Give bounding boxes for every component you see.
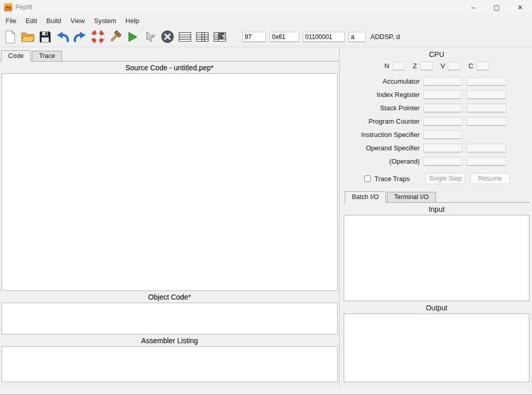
- editor-content: Source Code - untitled.pep* Object Code*…: [0, 62, 339, 385]
- open-folder-icon: [21, 31, 35, 43]
- close-button[interactable]: ✕: [508, 0, 532, 14]
- editor-tabbar: Code Trace: [0, 50, 339, 62]
- menu-bar: File Edit Build View System Help: [0, 14, 532, 27]
- menu-file[interactable]: File: [1, 15, 21, 26]
- maximize-button[interactable]: ▢: [485, 0, 508, 14]
- undo-button[interactable]: [54, 29, 71, 45]
- binary-input[interactable]: [303, 32, 345, 42]
- operand-specifier-hex-field: [423, 144, 462, 152]
- instruction-specifier-field: [423, 130, 462, 139]
- flag-c-field: [477, 62, 489, 70]
- accumulator-hex-field: [423, 77, 462, 86]
- tab-code[interactable]: Code: [1, 50, 31, 62]
- view-code-button[interactable]: [176, 29, 193, 45]
- accumulator-dec-field: [466, 77, 506, 86]
- operand-specifier-dec-field: [466, 144, 506, 152]
- redo-arrow-icon: [73, 31, 87, 43]
- tab-trace[interactable]: Trace: [32, 51, 63, 61]
- index-register-dec-field: [466, 90, 506, 99]
- lifebuoy-button[interactable]: [89, 29, 106, 45]
- index-register-row: Index Register: [344, 88, 510, 101]
- program-counter-label: Program Counter: [344, 117, 423, 125]
- stack-pointer-dec-field: [466, 104, 506, 112]
- view-code-cpu-button[interactable]: [194, 29, 210, 45]
- tab-terminal-io[interactable]: Terminal I/O: [387, 192, 436, 202]
- flag-n: N: [384, 62, 404, 70]
- debugger-button[interactable]: [142, 29, 158, 45]
- instruction-specifier-label: Instruction Specifier: [344, 131, 423, 139]
- output-header: Output: [344, 301, 529, 313]
- view-code-cpu-memory-button[interactable]: [211, 29, 228, 45]
- stack-pointer-row: Stack Pointer: [344, 101, 510, 114]
- flag-v-label: V: [441, 62, 445, 70]
- trace-controls-row: Trace Traps Single Step Resume: [344, 172, 510, 185]
- batch-output-area: [344, 313, 529, 382]
- source-code-header: Source Code - untitled.pep*: [2, 62, 338, 73]
- lifebuoy-icon: [91, 30, 105, 44]
- flag-z-label: Z: [413, 62, 417, 70]
- index-register-hex-field: [423, 90, 462, 99]
- menu-edit[interactable]: Edit: [21, 15, 42, 26]
- open-file-button[interactable]: [19, 29, 36, 45]
- status-flags-row: N Z V C: [344, 62, 529, 70]
- flag-z-field: [420, 62, 432, 70]
- run-button[interactable]: [124, 29, 141, 45]
- undo-arrow-icon: [55, 31, 70, 43]
- code-table-icon: [178, 31, 192, 43]
- redo-button[interactable]: [72, 29, 88, 45]
- input-header: Input: [344, 203, 529, 215]
- status-bar: [0, 385, 532, 394]
- new-file-icon: [5, 30, 16, 44]
- single-step-button[interactable]: Single Step: [425, 173, 465, 184]
- hammer-icon: [109, 30, 122, 44]
- flag-v-field: [448, 62, 460, 70]
- hex-input[interactable]: [269, 32, 299, 42]
- operand-dec-field: [466, 157, 506, 166]
- program-counter-hex-field: [423, 117, 462, 126]
- menu-help[interactable]: Help: [121, 15, 144, 26]
- new-file-button[interactable]: [2, 29, 18, 45]
- assembler-listing-pane: [2, 346, 338, 382]
- operand-specifier-label: Operand Specifier: [344, 144, 423, 152]
- byte-converter: ADDSP, d: [242, 32, 400, 42]
- flag-z: Z: [413, 62, 432, 70]
- trace-traps-label: Trace Traps: [375, 175, 410, 183]
- memory-table-icon: [213, 31, 227, 43]
- save-file-button[interactable]: [37, 29, 53, 45]
- decimal-input[interactable]: [242, 32, 266, 42]
- program-counter-dec-field: [466, 117, 506, 126]
- build-button[interactable]: [107, 29, 123, 45]
- flag-n-label: N: [384, 62, 389, 70]
- flag-v: V: [441, 62, 461, 70]
- resume-button[interactable]: Resume: [470, 173, 510, 184]
- object-code-header: Object Code*: [2, 291, 338, 303]
- flag-c: C: [468, 62, 488, 70]
- mnemonic-label: ADDSP, d: [370, 33, 400, 41]
- flag-c-label: C: [468, 62, 473, 70]
- operand-hex-field: [423, 157, 462, 166]
- menu-build[interactable]: Build: [42, 15, 66, 26]
- menu-view[interactable]: View: [66, 15, 89, 26]
- ascii-input[interactable]: [348, 32, 366, 42]
- batch-input-area[interactable]: [344, 215, 529, 301]
- play-icon: [126, 31, 139, 43]
- menu-system[interactable]: System: [89, 15, 121, 26]
- io-tabbar: Batch I/O Terminal I/O: [344, 191, 529, 203]
- toolbar: ADDSP, d: [0, 27, 532, 47]
- editor-panel: Code Trace Source Code - untitled.pep* O…: [0, 47, 340, 385]
- main-area: Code Trace Source Code - untitled.pep* O…: [0, 47, 532, 385]
- operand-specifier-row: Operand Specifier: [344, 141, 510, 154]
- minimize-button[interactable]: –: [461, 0, 485, 14]
- source-code-editor[interactable]: [2, 73, 338, 291]
- cpu-io-panel: CPU N Z V C A: [340, 47, 532, 385]
- app-window: P8 Pep/8 – ▢ ✕ File Edit Build View Syst…: [0, 0, 532, 395]
- stop-debugging-button[interactable]: [159, 29, 175, 45]
- tab-batch-io[interactable]: Batch I/O: [345, 191, 386, 203]
- pointer-icon: [144, 31, 156, 43]
- object-code-editor[interactable]: [2, 303, 338, 334]
- app-icon: P8: [4, 3, 12, 11]
- stop-x-icon: [161, 30, 174, 44]
- accumulator-label: Accumulator: [344, 77, 423, 85]
- trace-traps-checkbox[interactable]: [364, 175, 371, 182]
- accumulator-row: Accumulator: [344, 74, 510, 88]
